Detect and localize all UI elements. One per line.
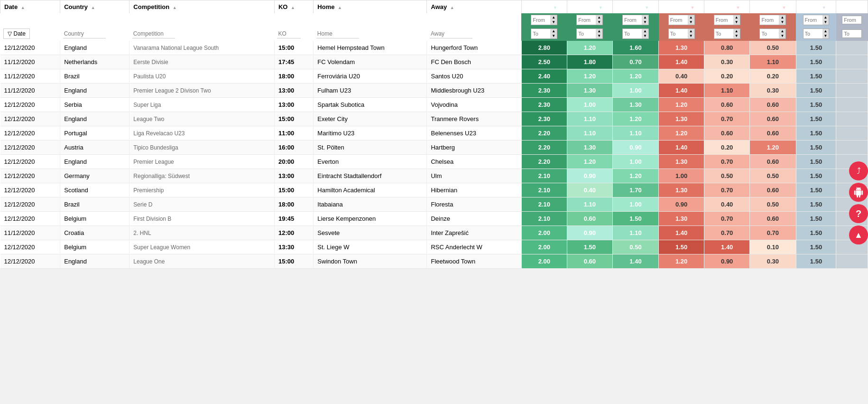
scroll-up-button[interactable]: ▲	[849, 225, 868, 244]
share-button[interactable]: ⤴	[849, 161, 868, 180]
cell-ko: 13:00	[274, 84, 313, 98]
al10f-to-input[interactable]	[714, 30, 733, 38]
hl10a-to-up[interactable]: ▲	[642, 29, 648, 34]
hl10f-to-up[interactable]: ▲	[596, 29, 602, 34]
hl10a-from-spinbox[interactable]: ▲ ▼	[622, 15, 649, 25]
al10t-from-input[interactable]	[669, 16, 688, 24]
al10a-to-spinbox[interactable]: ▲ ▼	[759, 28, 786, 39]
hl10a-from-down[interactable]: ▼	[642, 20, 648, 25]
line-from: ▲ ▼	[796, 13, 836, 27]
al10t-to-input[interactable]	[669, 30, 688, 38]
date-filter-button[interactable]: ▽ Date	[3, 28, 30, 39]
cell-al10a: 0.30	[750, 84, 796, 98]
col-header-hl10f[interactable]: HL10F ▼	[567, 0, 612, 14]
line-from-down[interactable]: ▼	[822, 20, 829, 25]
al10a-to-down[interactable]: ▼	[779, 34, 785, 38]
hl10f-to-input[interactable]	[577, 30, 596, 38]
uc-from-input[interactable]	[842, 16, 861, 24]
filter-icon: ▽	[8, 30, 12, 37]
hl10a-from-input[interactable]	[623, 16, 642, 24]
al10a-from-spinbox[interactable]: ▲ ▼	[759, 15, 786, 25]
uc-to-input[interactable]	[842, 30, 861, 38]
line-to: ▲ ▼	[796, 27, 836, 41]
col-header-home[interactable]: Home ▲	[314, 0, 427, 14]
al10t-to-up[interactable]: ▲	[688, 29, 694, 34]
line-from-input[interactable]	[803, 16, 822, 24]
al10f-from-spinbox[interactable]: ▲ ▼	[714, 15, 740, 25]
col-header-competition[interactable]: Competition ▲	[129, 0, 275, 14]
col-header-line[interactable]: Line ▼	[796, 0, 836, 14]
cell-hl10a: 1.20	[612, 169, 658, 183]
home-filter-input[interactable]	[316, 29, 359, 38]
ko-filter-input[interactable]	[277, 29, 301, 38]
line-to-input[interactable]	[803, 30, 822, 38]
col-header-al10a[interactable]: AL10A ▼	[750, 0, 796, 14]
hl10f-from-down[interactable]: ▼	[596, 20, 602, 25]
al10a-from-up[interactable]: ▲	[779, 15, 785, 20]
hl10a-from-up[interactable]: ▲	[642, 15, 648, 20]
al10t-from-down[interactable]: ▼	[688, 20, 694, 25]
col-header-date[interactable]: Date ▲	[0, 0, 60, 14]
col-header-country[interactable]: Country ▲	[60, 0, 129, 14]
hl10t-from-spinbox[interactable]: ▲ ▼	[531, 15, 557, 25]
al10t-from-spinbox[interactable]: ▲ ▼	[668, 15, 695, 25]
line-to-down[interactable]: ▼	[822, 34, 829, 38]
hl10f-to-down[interactable]: ▼	[596, 34, 602, 38]
col-header-ko[interactable]: KO ▲	[274, 0, 313, 14]
cell-al10f: 0.20	[704, 141, 750, 155]
cell-hl10f: 1.00	[567, 98, 612, 112]
hl10t-from-input[interactable]	[531, 16, 550, 24]
al10t-to-spinbox[interactable]: ▲ ▼	[668, 28, 695, 39]
help-button[interactable]: ?	[849, 204, 868, 223]
cell-al10t: 0.90	[659, 197, 704, 212]
uc-to-spinbox[interactable]	[842, 29, 862, 38]
al10f-to-down[interactable]: ▼	[733, 34, 740, 38]
cell-away: Inter Zaprešić	[427, 226, 521, 240]
away-filter-input[interactable]	[430, 29, 472, 38]
al10f-from-up[interactable]: ▲	[733, 15, 740, 20]
cell-hl10t: 2.30	[521, 112, 567, 126]
line-from-spinbox[interactable]: ▲ ▼	[803, 15, 830, 25]
hl10t-to-up[interactable]: ▲	[550, 29, 557, 34]
cell-competition: Premier League	[129, 155, 275, 169]
al10f-to-spinbox[interactable]: ▲ ▼	[714, 28, 740, 39]
hl10f-to-spinbox[interactable]: ▲ ▼	[576, 28, 603, 39]
competition-filter-input[interactable]	[132, 29, 175, 38]
al10a-to-up[interactable]: ▲	[779, 29, 785, 34]
hl10f-from-up[interactable]: ▲	[596, 15, 602, 20]
cell-al10t: 1.40	[659, 226, 704, 240]
hl10a-to-down[interactable]: ▼	[642, 34, 648, 38]
uc-from-spinbox[interactable]	[842, 16, 862, 24]
al10a-from-input[interactable]	[760, 16, 779, 24]
col-header-al10t[interactable]: AL10T ▼	[659, 0, 704, 14]
col-header-uc[interactable]: U_C	[836, 0, 868, 14]
al10t-to-down[interactable]: ▼	[688, 34, 694, 38]
cell-line: 1.50	[796, 169, 836, 183]
al10a-from-down[interactable]: ▼	[779, 20, 785, 25]
hl10t-from-down[interactable]: ▼	[550, 20, 557, 25]
hl10a-to-spinbox[interactable]: ▲ ▼	[622, 28, 649, 39]
al10f-from-down[interactable]: ▼	[733, 20, 740, 25]
country-filter-input[interactable]	[63, 29, 106, 38]
sort-icon-al10t: ▼	[690, 5, 694, 10]
col-header-hl10t[interactable]: HL10T ▼	[521, 0, 567, 14]
hl10t-to-spinbox[interactable]: ▲ ▼	[531, 28, 557, 39]
col-header-al10f[interactable]: AL10F ▼	[704, 0, 750, 14]
hl10t-to-input[interactable]	[531, 30, 550, 38]
al10f-from-input[interactable]	[714, 16, 733, 24]
al10a-to-input[interactable]	[760, 30, 779, 38]
hl10f-from-input[interactable]	[577, 16, 596, 24]
al10f-to-up[interactable]: ▲	[733, 29, 740, 34]
hl10f-from-spinbox[interactable]: ▲ ▼	[576, 15, 603, 25]
hl10t-to-down[interactable]: ▼	[550, 34, 557, 38]
android-button[interactable]	[849, 183, 868, 202]
col-header-away[interactable]: Away ▲	[427, 0, 521, 14]
line-to-spinbox[interactable]: ▲ ▼	[803, 28, 830, 39]
line-from-up[interactable]: ▲	[822, 15, 829, 20]
line-to-up[interactable]: ▲	[822, 29, 829, 34]
hl10a-to-input[interactable]	[623, 30, 642, 38]
hl10t-from-up[interactable]: ▲	[550, 15, 557, 20]
col-header-hl10a[interactable]: HL10A ▼	[612, 0, 658, 14]
cell-date: 12/12/2020	[0, 197, 60, 212]
al10t-from-up[interactable]: ▲	[688, 15, 694, 20]
